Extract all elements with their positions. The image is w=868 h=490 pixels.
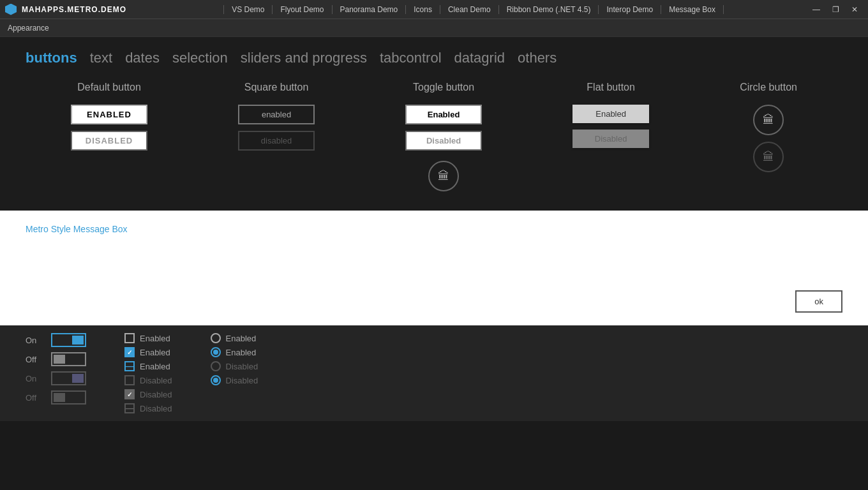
toggle-circle-button[interactable]: 🏛 [428,161,459,191]
nav-clean-demo[interactable]: Clean Demo [440,5,499,14]
toggle-label-off-1: Off [26,355,45,364]
toggle-row-off-disabled: Off [26,390,86,405]
square-button-label: Square button [244,82,309,93]
checkbox-checked-enabled[interactable]: ✓ [124,347,135,357]
tab-datagrid[interactable]: datagrid [454,50,505,66]
toggle-thumb-on-1 [72,336,84,345]
radios-section: Enabled Enabled Disabled Disabled [211,333,258,413]
square-enabled-button[interactable]: enabled [238,105,315,124]
toggle-disabled-button: Disabled [405,131,482,151]
checkbox-row-checked-disabled: ✓ Disabled [124,389,172,399]
checkbox-indeterminate-disabled: — [124,403,135,413]
checkbox-label-3: Enabled [140,362,170,371]
radio-label-3: Disabled [226,362,258,371]
section-nav: buttons text dates selection sliders and… [26,50,842,66]
toggle-button-label: Toggle button [413,82,474,93]
tab-selection[interactable]: selection [172,50,228,66]
checkbox-label-5: Disabled [140,390,172,399]
tab-text[interactable]: text [90,50,112,66]
checkbox-unchecked-enabled[interactable] [124,333,135,343]
tab-tabcontrol[interactable]: tabcontrol [380,50,442,66]
nav-flyout-demo[interactable]: Flyout Demo [273,5,332,14]
app-title: MAHAPPS.METRO.DEMO [22,5,126,14]
toggle-label-off-2: Off [26,393,45,403]
toggle-switch-off-disabled [51,390,86,405]
circle-enabled-button[interactable]: 🏛 [753,105,784,135]
flat-button-label: Flat button [587,82,635,93]
radio-row-selected-enabled: Enabled [211,347,258,357]
radio-label-2: Enabled [226,348,257,357]
ok-button-container: ok [795,290,842,313]
main-dark-section: buttons text dates selection sliders and… [0,37,868,211]
ok-button[interactable]: ok [795,290,842,313]
tab-sliders[interactable]: sliders and progress [241,50,367,66]
default-button-group: Default button ENABLED DISABLED [71,82,147,151]
toggle-button-group: Toggle button Enabled Disabled 🏛 [405,82,482,191]
nav-icons[interactable]: Icons [406,5,440,14]
checkbox-label-4: Disabled [140,376,172,385]
circle-button-label: Circle button [740,82,797,93]
radio-unselected-enabled[interactable] [211,333,221,343]
tab-dates[interactable]: dates [125,50,160,66]
radio-selected-enabled[interactable] [211,347,221,357]
toggles-section: On Off On Off [26,333,86,413]
checkboxes-section: Enabled ✓ Enabled — Enabled Disabled ✓ D… [124,333,172,413]
nav-ribbon-demo[interactable]: Ribbon Demo (.NET 4.5) [499,5,599,14]
indeterminate-disabled-icon: — [126,404,133,413]
window-controls: — ❐ ✕ [808,3,863,16]
tab-others[interactable]: others [518,50,557,66]
flat-button-group: Flat button Enabled Disabled [572,82,649,148]
toggle-switch-off-enabled[interactable] [51,352,86,366]
circle-disabled-button: 🏛 [753,142,784,172]
flat-enabled-button[interactable]: Enabled [572,105,649,123]
toggle-switch-on-enabled[interactable] [51,333,86,347]
nav-interop-demo[interactable]: Interop Demo [599,5,661,14]
appbar: Appearance [0,19,868,37]
checkbox-indeterminate-enabled[interactable]: — [124,361,135,371]
toggle-enabled-button[interactable]: Enabled [405,105,482,124]
bottom-dark-section: On Off On Off [0,325,868,421]
radio-row-selected-disabled: Disabled [211,375,258,385]
checkbox-row-unchecked-enabled: Enabled [124,333,172,343]
checkbox-label-2: Enabled [140,348,170,357]
nav-panorama-demo[interactable]: Panorama Demo [333,5,407,14]
toggle-label-on-2: On [26,374,45,383]
tab-buttons[interactable]: buttons [26,50,77,66]
checkbox-label-1: Enabled [140,334,170,343]
square-disabled-button: disabled [238,131,315,151]
square-button-group: Square button enabled disabled [238,82,315,151]
maximize-button[interactable]: ❐ [827,3,844,16]
radio-inner-icon [213,350,218,355]
default-disabled-button: DISABLED [71,131,147,151]
toggle-row-on-enabled: On [26,333,86,347]
checkbox-label-6: Disabled [140,404,172,413]
radio-selected-disabled [211,375,221,385]
app-logo-icon [5,4,17,15]
minimize-button[interactable]: — [808,3,825,16]
checkmark-icon: ✓ [127,349,132,356]
toggle-switch-on-disabled [51,371,86,385]
nav-message-box[interactable]: Message Box [661,5,724,14]
radio-row-unselected-enabled: Enabled [211,333,258,343]
circle-building-icon-disabled: 🏛 [763,151,774,164]
toggle-thumb-off-2 [54,393,65,402]
titlebar-nav: VS Demo Flyout Demo Panorama Demo Icons … [139,5,808,14]
radio-row-unselected-disabled: Disabled [211,361,258,371]
radio-inner-disabled-icon [213,378,218,383]
indeterminate-icon: — [126,362,133,371]
toggle-thumb-off-1 [54,355,65,364]
default-button-label: Default button [77,82,141,93]
nav-vs-demo[interactable]: VS Demo [223,5,273,14]
toggle-row-on-disabled: On [26,371,86,385]
toggle-row-off-enabled: Off [26,352,86,366]
checkbox-unchecked-disabled [124,375,135,385]
close-button[interactable]: ✕ [846,3,863,16]
checkbox-row-indeterminate-disabled: — Disabled [124,403,172,413]
checkmark-disabled-icon: ✓ [127,391,132,398]
titlebar: MAHAPPS.METRO.DEMO VS Demo Flyout Demo P… [0,0,868,19]
radio-unselected-disabled [211,361,221,371]
metro-message-link[interactable]: Metro Style Message Box [26,224,128,234]
checkbox-row-unchecked-disabled: Disabled [124,375,172,385]
appearance-label: Appearance [8,24,49,33]
default-enabled-button[interactable]: ENABLED [71,105,147,124]
